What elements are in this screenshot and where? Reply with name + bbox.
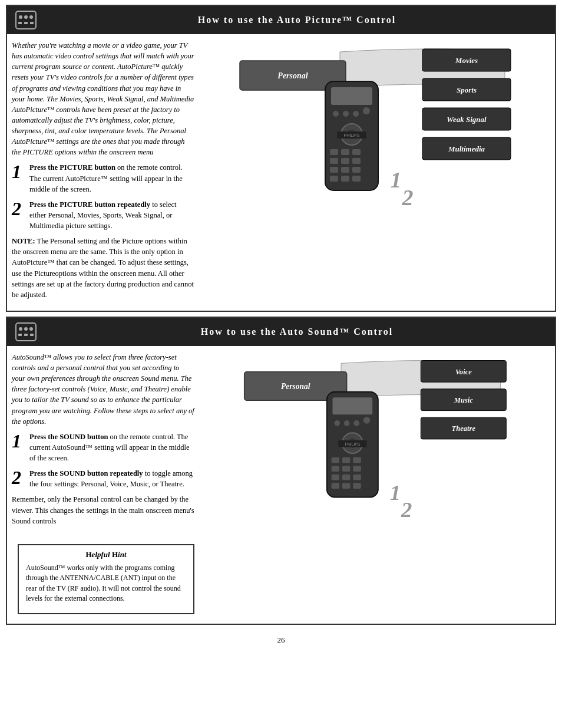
svg-point-21	[353, 111, 359, 117]
sound-header-icon	[13, 321, 39, 342]
auto-picture-diagram: Personal Movies Sports Weak Signal Multi…	[200, 40, 550, 305]
svg-point-43	[24, 327, 28, 331]
svg-rect-4	[18, 22, 22, 24]
step2-block: 2 Press the PICTURE button repeatedly to…	[12, 199, 194, 231]
auto-picture-content: Whether you're watching a movie or a vid…	[7, 34, 555, 311]
svg-text:1: 1	[390, 480, 401, 505]
svg-text:Sports: Sports	[457, 85, 477, 94]
svg-rect-75	[332, 483, 340, 489]
svg-rect-70	[342, 466, 351, 472]
sound-note: Remember, only the Personal control can …	[12, 494, 194, 526]
svg-text:PHILIPS: PHILIPS	[344, 133, 360, 137]
svg-rect-38	[352, 176, 361, 182]
svg-rect-0	[16, 11, 36, 29]
svg-rect-29	[352, 149, 361, 155]
svg-rect-30	[330, 158, 338, 164]
svg-point-20	[343, 111, 349, 117]
svg-point-42	[19, 327, 22, 331]
svg-text:Multimedia: Multimedia	[448, 144, 485, 153]
svg-rect-71	[353, 466, 361, 472]
svg-text:Personal: Personal	[277, 71, 308, 80]
auto-sound-diagram: Personal Voice Music Theatre	[200, 352, 550, 618]
svg-point-2	[24, 15, 28, 19]
svg-rect-57	[333, 397, 373, 414]
svg-rect-35	[352, 167, 361, 173]
sound-step1-block: 1 Press the SOUND button on the remote c…	[12, 431, 194, 463]
svg-rect-67	[342, 457, 351, 463]
svg-text:Theatre: Theatre	[452, 424, 476, 433]
page-number: 26	[0, 630, 562, 651]
picture-diagram-svg: Personal Movies Sports Weak Signal Multi…	[200, 40, 550, 211]
svg-rect-34	[341, 167, 349, 173]
sound-diagram-svg: Personal Voice Music Theatre	[200, 352, 550, 523]
svg-point-3	[29, 15, 33, 19]
svg-rect-27	[330, 149, 338, 155]
hint-text: AutoSound™ works only with the programs …	[26, 563, 186, 604]
svg-point-61	[363, 417, 371, 424]
svg-text:2: 2	[401, 498, 412, 522]
svg-rect-6	[30, 22, 34, 24]
svg-rect-18	[331, 87, 372, 105]
auto-picture-text: Whether you're watching a movie or a vid…	[12, 40, 194, 305]
auto-sound-content: AutoSound™ allows you to select from thr…	[7, 346, 555, 624]
svg-text:Personal: Personal	[281, 382, 310, 391]
svg-rect-36	[330, 176, 338, 182]
svg-rect-33	[330, 167, 338, 173]
auto-picture-note: NOTE: The Personal setting and the Pictu…	[12, 236, 194, 300]
svg-point-22	[363, 107, 370, 114]
svg-rect-5	[24, 22, 28, 24]
auto-picture-intro: Whether you're watching a movie or a vid…	[12, 40, 194, 157]
remote-header-icon	[15, 10, 37, 30]
svg-rect-28	[341, 149, 349, 155]
step1-text: Press the PICTURE button on the remote c…	[29, 162, 194, 194]
sound-remote-header-icon	[15, 322, 37, 342]
svg-rect-45	[18, 334, 22, 336]
svg-rect-69	[332, 466, 340, 472]
svg-rect-76	[342, 483, 351, 489]
auto-sound-title: How to use the Auto Sound™ Control	[45, 327, 549, 337]
svg-rect-32	[352, 158, 361, 164]
svg-text:1: 1	[391, 167, 402, 192]
svg-point-44	[29, 327, 33, 331]
svg-text:Voice: Voice	[455, 368, 472, 376]
svg-text:2: 2	[402, 185, 414, 210]
svg-text:Weak Signal: Weak Signal	[447, 115, 487, 124]
svg-point-58	[334, 420, 340, 426]
svg-text:Music: Music	[454, 396, 474, 404]
step1-block: 1 Press the PICTURE button on the remote…	[12, 162, 194, 194]
svg-point-59	[344, 420, 350, 426]
sound-step1-num: 1	[12, 431, 26, 450]
svg-rect-74	[353, 475, 361, 480]
svg-rect-37	[341, 176, 349, 182]
auto-picture-section: How to use the Auto Picture™ Control Whe…	[6, 5, 556, 312]
svg-point-1	[19, 15, 22, 19]
auto-picture-header: How to use the Auto Picture™ Control	[7, 6, 555, 34]
auto-sound-section: How to use the Auto Sound™ Control AutoS…	[6, 317, 556, 625]
sound-diagram-wrapper: Personal Voice Music Theatre	[200, 352, 550, 523]
svg-rect-41	[16, 323, 36, 341]
auto-sound-header: How to use the Auto Sound™ Control	[7, 318, 555, 346]
auto-picture-title: How to use the Auto Picture™ Control	[45, 15, 549, 25]
svg-rect-73	[342, 475, 351, 480]
svg-point-60	[353, 420, 359, 426]
sound-step1-text: Press the SOUND button on the remote con…	[29, 431, 194, 463]
sound-step2-num: 2	[12, 468, 26, 487]
svg-text:PHILIPS: PHILIPS	[345, 442, 360, 446]
svg-rect-46	[24, 334, 28, 336]
svg-text:Movies: Movies	[455, 56, 478, 65]
svg-rect-47	[30, 334, 34, 336]
step2-num: 2	[12, 199, 26, 218]
sound-step2-text: Press the SOUND button repeatedly to tog…	[29, 468, 194, 489]
helpful-hint-box: Helpful Hint AutoSound™ works only with …	[18, 544, 194, 615]
svg-rect-72	[332, 475, 340, 480]
step1-num: 1	[12, 162, 26, 181]
hint-title: Helpful Hint	[26, 550, 186, 559]
auto-sound-text: AutoSound™ allows you to select from thr…	[12, 352, 194, 618]
header-icon	[13, 9, 39, 31]
svg-rect-77	[353, 483, 361, 489]
svg-rect-31	[341, 158, 349, 164]
picture-diagram-wrapper: Personal Movies Sports Weak Signal Multi…	[200, 40, 550, 211]
step2-text: Press the PICTURE button repeatedly to s…	[29, 199, 194, 231]
svg-rect-68	[353, 457, 361, 463]
svg-point-19	[333, 111, 339, 117]
